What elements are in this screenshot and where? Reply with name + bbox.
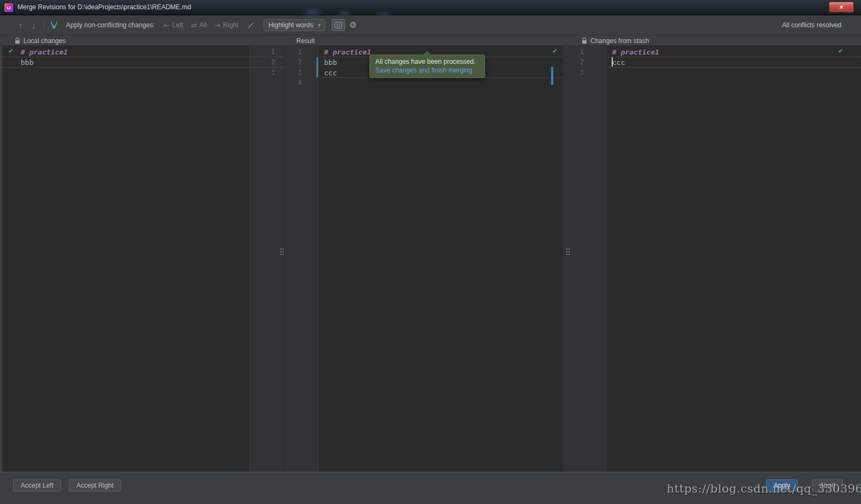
apply-non-conflicting-icon[interactable] [50,21,58,29]
applied-change-dashed-line [607,57,861,57]
right-editor-line-numbers: 1 2 3 [562,46,607,472]
next-change-button[interactable]: ↓ [27,21,40,30]
toolbar-separator [44,20,44,30]
save-and-finish-link[interactable]: Save changes and finish merging [375,67,479,74]
highlight-mode-value: Highlight words [268,21,313,29]
changes-applied-check-icon: ✔ [839,46,843,55]
panel-headers: Local changes Result Changes from stash [0,35,861,46]
apply-right-icon: ⇥ [214,21,220,29]
merge-toolbar: ↑ ↓ Apply non-conflicting changes: ⇤ Lef… [0,15,861,35]
previous-change-button[interactable]: ↑ [14,21,27,30]
csdn-watermark: https://blog.csdn.net/qq_33039699 [667,482,861,495]
result-panel-title: Result [296,37,315,45]
accept-right-button[interactable]: Accept Right [69,479,121,491]
code-line: # practice1 [612,47,861,57]
line-number: 3 [284,68,302,78]
center-editor-line-numbers: 1 2 3 4 [284,46,320,472]
title-bar: IJ Merge Revisions for D:\ideaProjects\p… [0,0,861,15]
merge-finished-balloon: All changes have been processed. Save ch… [369,55,485,78]
apply-left-button[interactable]: ⇤ Left [164,21,183,29]
change-marker-bar [316,57,318,77]
window-title: Merge Revisions for D:\ideaProjects\prac… [17,0,191,15]
close-button[interactable]: ✕ [829,2,854,13]
result-editor[interactable]: # practice1 bbb ccc [320,46,562,472]
scrollbar-thumb-marker [551,67,553,85]
code-line [612,68,861,78]
changes-applied-check-icon: ✔ [9,46,13,55]
left-panel-title: Local changes [23,37,65,45]
apply-right-button[interactable]: ⇥ Right [214,21,238,29]
applied-change-dashed-line [2,67,284,68]
result-panel-header: Result [296,35,315,46]
line-number: 3 [563,68,584,78]
code-line [324,78,562,88]
splitter-grip[interactable] [280,248,284,256]
highlight-mode-dropdown[interactable]: Highlight words ▾ [264,19,326,31]
apply-left-icon: ⇤ [164,21,170,29]
left-editor[interactable]: # practice1 bbb [2,46,248,472]
code-line: ccc [612,57,861,68]
right-panel-header: Changes from stash [582,35,649,46]
apply-all-icon: ⇄ [191,21,197,29]
chevron-down-icon: ▾ [318,22,321,28]
lock-icon [15,38,20,44]
two-column-view-icon [334,22,342,28]
left-editor-line-numbers: 1 2 3 [248,46,284,472]
line-number: 1 [284,47,302,57]
apply-non-conflicting-label: Apply non-conflicting changes: [66,21,155,29]
intellij-logo-icon: IJ [4,3,13,12]
lock-icon [582,38,587,44]
line-number: 1 [563,47,584,57]
accept-left-button[interactable]: Accept Left [13,479,61,491]
viewer-settings-button[interactable] [332,19,345,31]
line-number: 3 [249,68,275,78]
line-number: 4 [284,78,302,88]
code-line: # practice1 [21,47,248,57]
gear-icon[interactable]: ⚙ [349,20,356,30]
line-number: 2 [249,57,275,68]
splitter-grip[interactable] [566,248,570,256]
applied-change-dashed-line [607,67,861,68]
conflicts-status: All conflicts resolved [782,21,841,29]
line-number: 1 [249,47,275,57]
right-panel-title: Changes from stash [590,37,649,45]
text-caret [612,57,613,67]
applied-change-dashed-line [2,57,284,57]
apply-left-label: Left [172,21,183,29]
line-number: 2 [563,57,584,68]
apply-all-button[interactable]: ⇄ All [191,21,207,29]
line-number: 2 [284,57,302,68]
merge-editors: # practice1 bbb 1 2 3 1 2 3 4 # practice… [0,46,861,472]
code-line [21,68,248,78]
rollback-icon[interactable] [247,21,255,29]
left-panel-header: Local changes [15,35,65,46]
balloon-message: All changes have been processed. [375,58,479,65]
code-line: bbb [21,57,248,68]
changes-applied-check-icon: ✔ [553,46,557,55]
apply-right-label: Right [223,21,238,29]
apply-all-label: All [200,21,207,29]
right-editor[interactable]: # practice1 ccc [607,46,861,472]
